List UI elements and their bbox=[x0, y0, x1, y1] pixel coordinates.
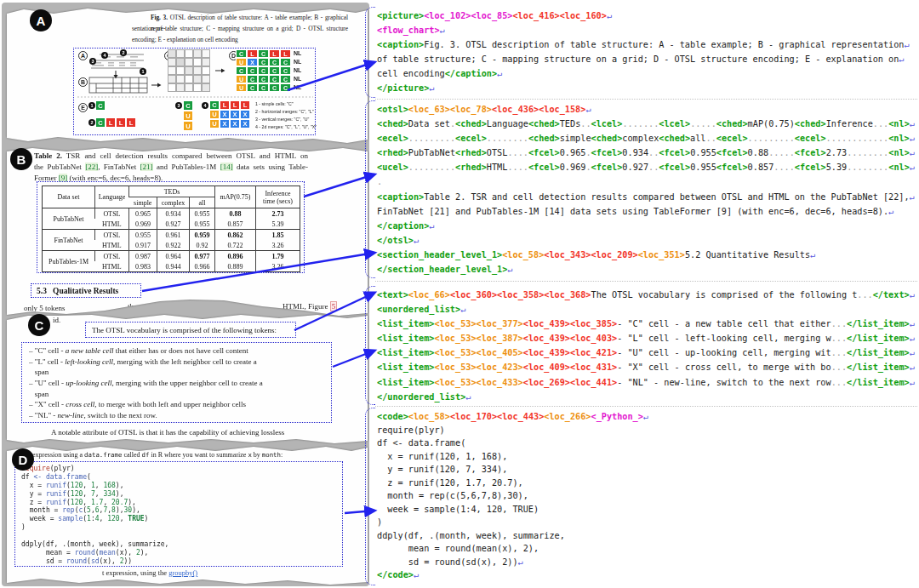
cell-encoding-legend-line: 1 - simple cells: "C" bbox=[255, 101, 294, 106]
cell-encoding-legend-line: 3 - vertical merges: "C", "U" bbox=[255, 117, 309, 122]
table-2: Data setLanguageTEDsmAP(0.75)Inferenceti… bbox=[42, 186, 300, 272]
badge-c: C bbox=[28, 314, 50, 336]
paper-figure-root: Fig. 3. OTSL description of table struct… bbox=[0, 0, 919, 588]
picture-block: <picture><loc_102><loc_85><loc_416><loc_… bbox=[377, 9, 910, 96]
circled-number-icon: 2 bbox=[88, 119, 95, 126]
r-code-box: require(plyr)df <- data.frame( x = runif… bbox=[14, 461, 343, 567]
block-bracket bbox=[365, 286, 375, 405]
block-separator bbox=[375, 406, 917, 407]
circled-number-icon: 4 bbox=[202, 102, 208, 109]
circled-number-icon: 4 bbox=[101, 52, 108, 59]
code-block: <code><loc_58><loc_170><loc_443><loc_266… bbox=[377, 410, 648, 582]
otsl-token-list-box: – "C" cell - a new table cell that eithe… bbox=[21, 342, 332, 423]
badge-d: D bbox=[12, 448, 34, 471]
block-bracket bbox=[365, 408, 375, 585]
snippet-a: Fig. 3. OTSL description of table struct… bbox=[7, 7, 368, 145]
circled-number-icon: 1 bbox=[88, 102, 95, 109]
section-5-3-header-box: 5.3 Qualitative Results bbox=[31, 283, 141, 298]
cell-encoding-legend-line: 2 - horizontal merges: "C", "L" bbox=[255, 109, 314, 114]
diagram-sublabel-a: A bbox=[78, 51, 88, 60]
otsl-diagram: ABCDE1234CLCLLNLUXCCCNLCCCCCNLUCCCCNLUCC… bbox=[73, 48, 316, 135]
block-bracket bbox=[365, 100, 375, 278]
snippet-c: id. The OTSL vocabulary is comprised of … bbox=[7, 311, 368, 444]
otsl-block: <otsl><loc_63><loc_78><loc_436><loc_158>… bbox=[377, 102, 915, 277]
diagram-sublabel-e: E bbox=[78, 103, 88, 112]
circled-number-icon: 3 bbox=[175, 102, 182, 109]
fig3-caption-line: encoding; E - explanation on cell encodi… bbox=[132, 34, 238, 45]
circled-number-icon: 3 bbox=[89, 58, 96, 65]
badge-a: A bbox=[30, 9, 52, 31]
torn-text-fragment: t expression, using the groupby() bbox=[102, 568, 197, 578]
diagram-sublabel-b: B bbox=[78, 77, 88, 87]
badge-b: B bbox=[10, 148, 32, 170]
snippet-c-wrap: id. The OTSL vocabulary is comprised of … bbox=[7, 311, 368, 444]
snippet-d: expression using a data.frame called df … bbox=[7, 444, 368, 585]
snippet-a-wrap: Fig. 3. OTSL description of table struct… bbox=[7, 7, 368, 145]
table2-caption-line: the PubTabNet [22], FinTabNet [21] and P… bbox=[34, 162, 308, 173]
circled-number-icon: 2 bbox=[120, 49, 127, 56]
snippet-b: Table 2. TSR and cell detection results … bbox=[7, 146, 368, 318]
fig3-caption-line: sentation of table structure; C - mappin… bbox=[132, 23, 348, 34]
block-bracket bbox=[365, 7, 375, 98]
table2-caption-line: Table 2. TSR and cell detection results … bbox=[34, 151, 308, 162]
block-separator bbox=[375, 281, 917, 282]
circled-number-icon: 1 bbox=[140, 68, 146, 75]
block-separator bbox=[375, 99, 917, 100]
text-list-block: <text><loc_66><loc_360><loc_358><loc_368… bbox=[377, 288, 915, 404]
table2-annotation-box: Data setLanguageTEDsmAP(0.75)Inferenceti… bbox=[37, 181, 305, 273]
snippet-d-wrap: expression using a data.frame called df … bbox=[7, 444, 368, 585]
vocab-sentence-box: The OTSL vocabulary is comprised of the … bbox=[85, 322, 296, 338]
code-intro-line: expression using a data.frame called df … bbox=[32, 450, 283, 460]
cell-encoding-legend-line: 4 - 2d merges: "C", "L", "U", "X" bbox=[255, 124, 317, 129]
torn-text-fragment: id. bbox=[53, 315, 60, 326]
doctags-panel: <picture><loc_102><loc_85><loc_416><loc_… bbox=[371, 0, 919, 588]
snippet-b-wrap: Table 2. TSR and cell detection results … bbox=[7, 146, 368, 318]
notable-attribute-line: A notable attribute of OTSL is that it h… bbox=[51, 428, 284, 437]
results-table: Data setLanguageTEDsmAP(0.75)Inferenceti… bbox=[42, 186, 300, 272]
